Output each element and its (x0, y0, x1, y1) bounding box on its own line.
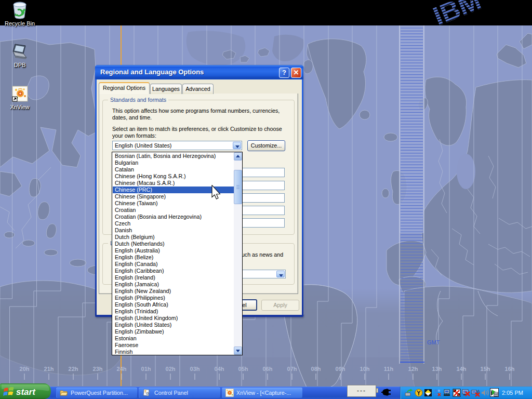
svg-text:04h: 04h (215, 366, 224, 372)
svg-text:05h: 05h (238, 366, 248, 372)
svg-text:06h: 06h (263, 366, 273, 372)
svg-text:14h: 14h (457, 366, 467, 372)
svg-text:22h: 22h (69, 366, 78, 372)
svg-text:20h: 20h (20, 366, 30, 372)
svg-text:21h: 21h (44, 366, 54, 372)
svg-text:13h: 13h (432, 366, 442, 372)
svg-text:12h: 12h (408, 366, 418, 372)
svg-text:GMT: GMT (427, 339, 440, 345)
svg-text:16h: 16h (505, 366, 515, 372)
svg-text:10h: 10h (360, 366, 370, 372)
svg-text:11h: 11h (384, 366, 394, 372)
svg-text:09h: 09h (336, 366, 345, 372)
svg-text:23h: 23h (93, 366, 103, 372)
svg-text:07h: 07h (287, 366, 297, 372)
svg-text:01h: 01h (141, 366, 151, 372)
svg-text:02h: 02h (166, 366, 176, 372)
svg-text:15h: 15h (481, 366, 490, 372)
svg-text:03h: 03h (190, 366, 200, 372)
svg-text:start: start (16, 387, 36, 397)
svg-text:24h: 24h (117, 366, 127, 372)
svg-text:08h: 08h (311, 366, 321, 372)
